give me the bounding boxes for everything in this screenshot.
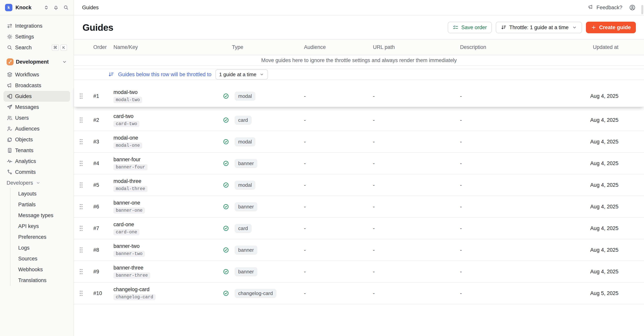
- sidebar-item-label: Messages: [15, 104, 67, 110]
- throttle-dropdown-button[interactable]: Throttle: 1 guide at a time: [496, 22, 582, 33]
- save-order-button[interactable]: Save order: [448, 22, 492, 33]
- guide-name[interactable]: modal-two: [114, 89, 138, 95]
- account-avatar[interactable]: [629, 4, 636, 11]
- table-row[interactable]: #7 card-onecard-one card - - - Aug 4, 20…: [74, 218, 644, 239]
- sidebar-item-message-types[interactable]: Message types: [16, 210, 70, 221]
- pages-icon: [6, 137, 13, 143]
- sidebar-item-label: Commits: [15, 169, 67, 175]
- building-icon: [6, 147, 13, 154]
- sidebar-item-label: Webhooks: [18, 267, 43, 273]
- description-value: -: [458, 182, 589, 188]
- sidebar-item-commits[interactable]: Commits: [4, 167, 70, 177]
- order-number: #10: [91, 290, 111, 296]
- guide-name[interactable]: banner-four: [114, 157, 140, 163]
- sidebar-item-partials[interactable]: Partials: [16, 199, 70, 210]
- table-row[interactable]: #3 modal-onemodal-one modal - - - Aug 4,…: [74, 131, 644, 153]
- sort-descending-icon: [108, 71, 114, 78]
- drag-handle-icon[interactable]: [74, 225, 91, 231]
- order-number: #7: [91, 225, 111, 231]
- table-row[interactable]: #8 banner-twobanner-two banner - - - Aug…: [74, 239, 644, 261]
- create-guide-button[interactable]: Create guide: [586, 22, 636, 33]
- environment-icon: [6, 58, 14, 65]
- drag-handle-icon[interactable]: [74, 160, 91, 167]
- status-active-icon: [223, 290, 229, 297]
- table-row[interactable]: #6 banner-onebanner-one banner - - - Aug…: [74, 196, 644, 218]
- updated-at-value: Aug 4, 2025: [589, 161, 618, 167]
- throttle-amount-select[interactable]: 1 guide at a time: [215, 69, 268, 79]
- page-title: Guides: [82, 22, 113, 33]
- description-value: -: [458, 290, 589, 296]
- gear-icon: [6, 34, 13, 40]
- guide-key-badge: banner-two: [114, 251, 145, 257]
- drag-handle-icon[interactable]: [74, 93, 91, 99]
- header-updated-at: Updated at: [589, 44, 618, 50]
- developers-section-toggle[interactable]: Developers: [4, 177, 70, 188]
- throttle-divider-text: Guides below this row will be throttled …: [118, 72, 212, 78]
- table-row[interactable]: #1 modal-twomodal-two modal - - - Aug 4,…: [74, 85, 644, 107]
- updated-at-value: Aug 4, 2025: [589, 247, 618, 253]
- sidebar-item-layouts[interactable]: Layouts: [16, 188, 70, 199]
- table-row[interactable]: #4 banner-fourbanner-four banner - - - A…: [74, 153, 644, 174]
- sidebar-item-integrations[interactable]: Integrations: [4, 20, 70, 31]
- sidebar-item-search[interactable]: Search ⌘ K: [4, 42, 70, 53]
- sidebar-item-broadcasts[interactable]: Broadcasts: [4, 80, 70, 91]
- sidebar-item-objects[interactable]: Objects: [4, 134, 70, 145]
- drag-handle-icon[interactable]: [74, 290, 91, 296]
- guide-name[interactable]: banner-two: [114, 243, 140, 249]
- sidebar-item-api-keys[interactable]: API keys: [16, 221, 70, 232]
- drag-handle-icon[interactable]: [74, 182, 91, 188]
- sidebar-item-translations[interactable]: Translations: [16, 275, 70, 286]
- drag-handle-icon[interactable]: [74, 139, 91, 145]
- sidebar-item-webhooks[interactable]: Webhooks: [16, 264, 70, 275]
- guide-name[interactable]: changelog-card: [114, 287, 150, 293]
- sidebar-item-sources[interactable]: Sources: [16, 253, 70, 264]
- sidebar-item-settings[interactable]: Settings: [4, 31, 70, 42]
- search-icon[interactable]: [63, 5, 69, 10]
- unthrottled-dropzone[interactable]: Move guides here to ignore the throttle …: [74, 55, 644, 66]
- sidebar-item-label: Analytics: [15, 158, 67, 164]
- guide-key-badge: modal-one: [114, 143, 142, 149]
- dropzone-text: Move guides here to ignore the throttle …: [261, 57, 457, 63]
- guides-icon: [6, 93, 13, 99]
- table-row[interactable]: #5 modal-threemodal-three modal - - - Au…: [74, 174, 644, 196]
- order-number: #4: [91, 161, 111, 167]
- audience-value: -: [302, 161, 370, 167]
- header-order: Order: [91, 44, 111, 50]
- guide-name[interactable]: card-two: [114, 113, 134, 119]
- sidebar-item-preferences[interactable]: Preferences: [16, 232, 70, 242]
- guide-name[interactable]: banner-one: [114, 200, 140, 206]
- order-number: #3: [91, 139, 111, 145]
- guide-name[interactable]: card-one: [114, 222, 134, 228]
- sidebar-item-users[interactable]: Users: [4, 113, 70, 123]
- sidebar-item-messages[interactable]: Messages: [4, 102, 70, 113]
- url-path-value: -: [370, 139, 458, 145]
- type-badge: banner: [235, 159, 257, 168]
- sidebar-item-analytics[interactable]: Analytics: [4, 156, 70, 167]
- drag-handle-icon[interactable]: [74, 203, 91, 210]
- environment-switcher[interactable]: Development: [4, 56, 70, 67]
- notifications-bell-icon[interactable]: [53, 5, 59, 10]
- sidebar-item-guides[interactable]: Guides: [4, 91, 70, 102]
- order-number: #6: [91, 204, 111, 210]
- sidebar-item-tenants[interactable]: Tenants: [4, 145, 70, 156]
- search-shortcut: ⌘ K: [52, 44, 67, 51]
- updated-at-value: Aug 4, 2025: [589, 269, 618, 275]
- sidebar-item-label: API keys: [18, 223, 39, 229]
- guide-name[interactable]: banner-three: [114, 265, 144, 271]
- sidebar-item-logs[interactable]: Logs: [16, 242, 70, 253]
- scrollbar-thumb[interactable]: [641, 5, 643, 14]
- table-row[interactable]: #9 banner-threebanner-three banner - - -…: [74, 261, 644, 283]
- drag-handle-icon[interactable]: [74, 247, 91, 253]
- table-row[interactable]: #10 changelog-cardchangelog-card changel…: [74, 283, 644, 304]
- description-value: -: [458, 93, 589, 99]
- sidebar-item-audiences[interactable]: Audiences: [4, 123, 70, 134]
- header-audience: Audience: [302, 44, 370, 50]
- workspace-switcher-icon[interactable]: [44, 5, 49, 10]
- guide-name[interactable]: modal-one: [114, 135, 138, 141]
- drag-handle-icon[interactable]: [74, 117, 91, 123]
- table-row[interactable]: #2 card-twocard-two card - - - Aug 4, 20…: [74, 109, 644, 131]
- drag-handle-icon[interactable]: [74, 269, 91, 275]
- guide-name[interactable]: modal-three: [114, 178, 141, 184]
- feedback-button[interactable]: Feedback?: [588, 4, 622, 11]
- sidebar-item-workflows[interactable]: Workflows: [4, 69, 70, 80]
